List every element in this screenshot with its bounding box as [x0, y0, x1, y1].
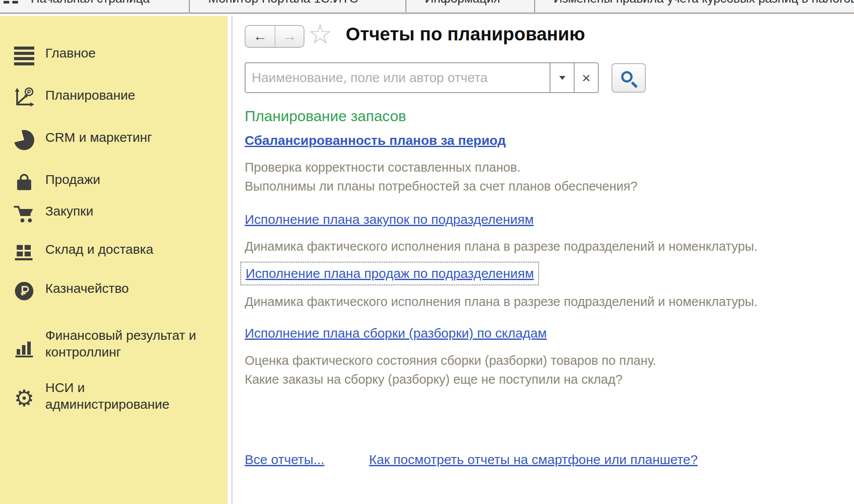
sidebar-item-label: Финансовый результат и контроллинг	[45, 327, 221, 360]
sidebar-nav: Главное Планирование CRM и маркетинг	[0, 16, 228, 504]
tab-home-page[interactable]: Начальная страница	[0, 0, 190, 14]
sidebar-item-label: Закупки	[45, 203, 221, 220]
search-dropdown-button[interactable]	[550, 63, 574, 92]
warehouse-icon	[13, 241, 35, 263]
search-icon	[621, 71, 633, 83]
tab-label: Информация	[406, 0, 534, 5]
forward-button[interactable]: →	[275, 26, 304, 47]
search-button[interactable]	[612, 63, 646, 93]
report-link-balanced-plans[interactable]: Сбалансированность планов за период	[245, 133, 506, 148]
tab-label: Начальная страница	[0, 0, 189, 5]
report-link-purchase-plan[interactable]: Исполнение плана закупок по подразделени…	[245, 212, 534, 227]
tab-label: Монитор Портала 1С:ИТС	[190, 0, 405, 5]
mobile-reports-help-link[interactable]: Как посмотреть отчеты на смартфоне или п…	[369, 452, 698, 467]
report-link-assembly-plan[interactable]: Исполнение плана сборки (разборки) по ск…	[245, 326, 547, 341]
sidebar-item-label: Планирование	[45, 87, 221, 104]
main-content: ← → ☆ Отчеты по планированию × Планирова…	[232, 16, 854, 504]
sidebar-item-label: Продажи	[45, 171, 221, 188]
close-icon: ×	[582, 70, 591, 85]
all-reports-link[interactable]: Все отчеты...	[245, 452, 324, 467]
page-title: Отчеты по планированию	[346, 24, 585, 45]
report-description: Проверка корректности составленных плано…	[245, 158, 637, 196]
tab-portal-monitor[interactable]: Монитор Портала 1С:ИТС	[190, 0, 406, 14]
history-nav-group: ← →	[245, 25, 304, 48]
sidebar-item-label: CRM и маркетинг	[45, 129, 221, 146]
shopping-cart-icon	[13, 203, 35, 225]
planning-chart-icon	[13, 87, 35, 109]
back-button[interactable]: ←	[246, 26, 275, 47]
search-input[interactable]	[246, 63, 550, 92]
tab-label: Изменены правила учета курсовых разниц в…	[535, 0, 854, 5]
report-description: Динамика фактического исполнения плана в…	[245, 292, 758, 311]
chevron-down-icon	[559, 76, 565, 80]
tab-information[interactable]: Информация	[406, 0, 535, 14]
focused-report-outline: Исполнение плана продаж по подразделения…	[240, 262, 539, 285]
gear-icon: ⚙	[13, 387, 35, 409]
report-link-sales-plan[interactable]: Исполнение плана продаж по подразделения…	[246, 266, 534, 281]
sidebar-item-label: Казначейство	[45, 280, 221, 297]
sidebar-item-label: Главное	[45, 45, 221, 61]
favorite-star-icon[interactable]: ☆	[308, 20, 333, 48]
sidebar-item-label: НСИ и администрирование	[45, 379, 190, 413]
bar-chart-icon	[13, 337, 35, 359]
ruble-coin-icon	[13, 280, 35, 302]
tab-bar: Начальная страница Монитор Портала 1С:ИТ…	[0, 0, 854, 14]
pie-chart-icon	[13, 129, 35, 151]
shopping-bag-icon	[13, 171, 35, 193]
tab-news-item[interactable]: Изменены правила учета курсовых разниц в…	[535, 0, 854, 14]
menu-icon	[13, 45, 35, 67]
home-icon	[4, 1, 21, 4]
search-box: ×	[245, 62, 599, 93]
sidebar-item-label: Склад и доставка	[45, 241, 221, 258]
app-window: Начальная страница Монитор Портала 1С:ИТ…	[0, 0, 854, 504]
search-clear-button[interactable]: ×	[574, 63, 598, 92]
report-description: Динамика фактического исполнения плана в…	[245, 237, 758, 256]
report-description: Оценка фактического состояния сборки (ра…	[245, 351, 656, 389]
section-heading: Планирование запасов	[245, 108, 406, 125]
